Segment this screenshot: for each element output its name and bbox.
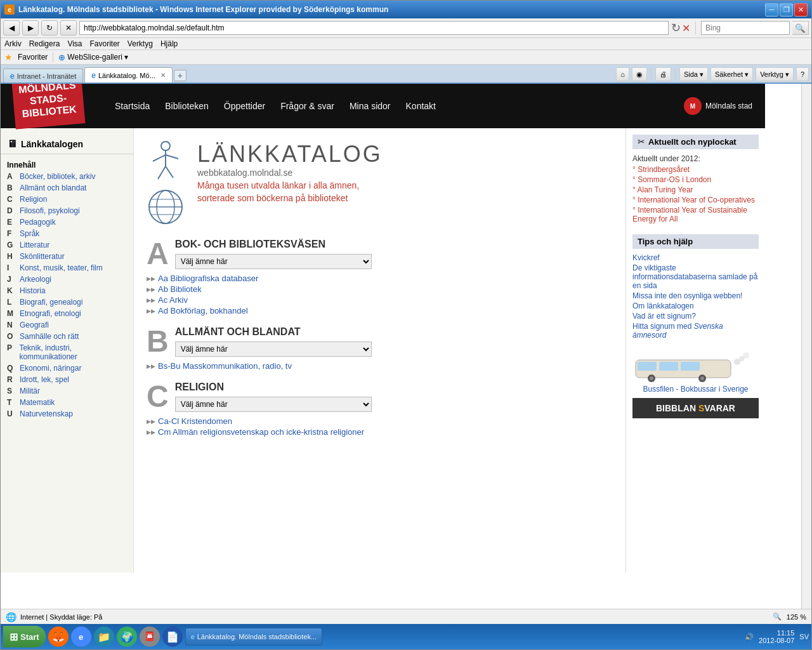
search-input[interactable] <box>701 21 790 35</box>
sidebar-item-i[interactable]: IKonst, musik, teater, film <box>1 262 133 274</box>
sidebar-item-q[interactable]: QEkonomi, näringar <box>1 362 133 374</box>
back-button[interactable]: ◀ <box>3 20 20 36</box>
refresh-button[interactable]: ↻ <box>41 20 58 36</box>
bus-label[interactable]: Bussfilen - Bokbussar i Sverige <box>632 384 759 394</box>
sidebar-item-u[interactable]: UNaturvetenskap <box>1 408 133 420</box>
taskbar-app-word[interactable]: 📄 <box>162 627 183 647</box>
menu-arkiv[interactable]: Arkiv <box>4 39 22 48</box>
sidebar-item-k[interactable]: KHistoria <box>1 285 133 296</box>
sidebar-item-b[interactable]: BAllmänt och blandat <box>1 182 133 194</box>
sidebar-item-n[interactable]: NGeografi <box>1 319 133 331</box>
tab-close-button[interactable]: ✕ <box>160 72 166 79</box>
right-sidebar: ✂ Aktuellt och nyplockat Aktuellt under … <box>625 128 765 573</box>
restore-button[interactable]: ❐ <box>780 3 793 17</box>
tips-link-5[interactable]: Hitta signum med Svenska ämnesord <box>632 321 759 340</box>
menu-favoriter[interactable]: Favoriter <box>90 39 120 48</box>
bibblan-button[interactable]: BIBBLAN SVARAR <box>632 398 759 418</box>
taskbar-window-item[interactable]: e Länkkatalog. Mölndals stadsbibliotek..… <box>185 628 322 646</box>
scrollbar[interactable] <box>801 84 811 609</box>
tips-link-4[interactable]: Vad är ett signum? <box>632 311 759 321</box>
minimize-button[interactable]: ─ <box>765 3 778 17</box>
nav-fragor[interactable]: Frågor & svar <box>280 101 334 111</box>
nav-biblioteken[interactable]: Biblioteken <box>165 101 209 111</box>
taskbar-app-ie[interactable]: e <box>71 627 91 647</box>
tips-link-2[interactable]: Missa inte den osynliga webben! <box>632 291 759 301</box>
forward-button[interactable]: ▶ <box>22 20 39 36</box>
aktuellt-link-4[interactable]: International Year of Sustainable Energy… <box>632 205 759 224</box>
sidebar-item-l[interactable]: LBiografi, genealogi <box>1 296 133 308</box>
page-button[interactable]: Sida ▾ <box>679 67 708 81</box>
link-ca[interactable]: Ca-Cl Kristendomen <box>147 416 613 427</box>
tab-lankkatalog[interactable]: e Länkkatalog. Mö... ✕ <box>84 67 173 83</box>
section-c-select[interactable]: Välj ämne här <box>175 397 372 412</box>
sidebar-item-m[interactable]: MEtnografi, etnologi <box>1 308 133 319</box>
nav-kontakt[interactable]: Kontakt <box>406 101 436 111</box>
sidebar-item-a[interactable]: ABöcker, bibliotek, arkiv <box>1 171 133 182</box>
tips-link-0[interactable]: Kvickref <box>632 253 759 263</box>
sidebar-item-h[interactable]: HSkönlitteratur <box>1 251 133 262</box>
aktuellt-link-1[interactable]: Sommar-OS i London <box>632 175 759 185</box>
safety-button[interactable]: Säkerhet ▾ <box>710 67 753 81</box>
print-button[interactable]: 🖨 <box>655 67 671 81</box>
status-left: 🌐 Internet | Skyddat läge: På <box>6 612 102 622</box>
sidebar-item-f[interactable]: FSpråk <box>1 228 133 239</box>
nav-oppettider[interactable]: Öppettider <box>224 101 265 111</box>
new-tab-button[interactable]: + <box>174 70 187 81</box>
help-button[interactable]: ? <box>796 67 809 81</box>
tools-button[interactable]: Verktyg ▾ <box>756 67 794 81</box>
aktuellt-link-3[interactable]: International Year of Co-operatives <box>632 195 759 205</box>
link-aa[interactable]: Aa Bibliografiska databaser <box>147 273 613 284</box>
link-ab[interactable]: Ab Bibliotek <box>147 284 613 295</box>
sidebar-item-c[interactable]: CReligion <box>1 194 133 205</box>
aktuellt-link-0[interactable]: Strindbergsåret <box>632 164 759 175</box>
sidebar-item-j[interactable]: JArkeologi <box>1 274 133 285</box>
link-ac[interactable]: Ac Arkiv <box>147 295 613 305</box>
section-b-links: Bs-Bu Masskommunikation, radio, tv <box>147 361 613 371</box>
stop-button[interactable]: ✕ <box>60 20 77 36</box>
section-c-title: RELIGION <box>147 381 613 393</box>
bus-link[interactable]: Bussfilen - Bokbussar i Sverige <box>632 384 759 394</box>
close-button[interactable]: ✕ <box>794 3 808 17</box>
tips-link-1[interactable]: De viktigaste informationsdatabaserna sa… <box>632 263 759 291</box>
nav-mina[interactable]: Mina sidor <box>350 101 391 111</box>
refresh-icon[interactable]: ↻ <box>671 21 681 35</box>
link-cm[interactable]: Cm Allmän religionsvetenskap och icke-kr… <box>147 427 613 437</box>
menu-redigera[interactable]: Redigera <box>29 39 60 48</box>
sidebar-item-e[interactable]: EPedagogik <box>1 216 133 228</box>
internet-label: Internet | Skyddat läge: På <box>20 613 102 621</box>
sidebar-item-p[interactable]: PTeknik, industri, kommunikationer <box>1 342 133 362</box>
section-a-select[interactable]: Välj ämne här <box>175 254 372 269</box>
search-button[interactable]: 🔍 <box>792 21 809 35</box>
feed-button[interactable]: ◉ <box>632 67 647 81</box>
speaker-icon[interactable]: 🔊 <box>745 633 754 641</box>
sidebar-item-t[interactable]: TMatematik <box>1 397 133 408</box>
link-bs[interactable]: Bs-Bu Masskommunikation, radio, tv <box>147 361 613 371</box>
sidebar-item-g[interactable]: GLitteratur <box>1 239 133 251</box>
nav-startsida[interactable]: Startsida <box>115 101 150 111</box>
menu-hjalp[interactable]: Hjälp <box>160 39 178 48</box>
taskbar-app-explorer[interactable]: 📁 <box>94 627 114 647</box>
website-content[interactable]: MÖLNDALS STADS- BIBLIOTEK Startsida Bibl… <box>1 84 811 609</box>
taskbar-time: 11:15 2012-08-07 <box>759 629 794 644</box>
webslice-icon: ⊕ <box>58 53 65 62</box>
taskbar-app-firefox[interactable]: 🦊 <box>48 627 69 647</box>
aktuellt-link-2[interactable]: Alan Turing Year <box>632 185 759 195</box>
taskbar-app-earth[interactable]: 🌍 <box>117 627 137 647</box>
sidebar-item-o[interactable]: OSamhälle och rätt <box>1 331 133 342</box>
sidebar-item-r[interactable]: RIdrott, lek, spel <box>1 374 133 385</box>
sidebar-item-s[interactable]: SMilitär <box>1 385 133 397</box>
stop-icon[interactable]: ✕ <box>682 22 690 34</box>
favorites-button[interactable]: Favoriter <box>18 53 48 62</box>
section-b-select[interactable]: Välj ämne här <box>175 342 372 357</box>
tips-link-3[interactable]: Om länkkatalogen <box>632 301 759 311</box>
taskbar-app-misc[interactable]: 📮 <box>140 627 160 647</box>
menu-verktyg[interactable]: Verktyg <box>128 39 153 48</box>
address-input[interactable] <box>79 21 669 35</box>
webslice-button[interactable]: ⊕ WebSlice-galleri ▾ <box>58 53 128 62</box>
sidebar-item-d[interactable]: DFilosofi, psykologi <box>1 205 133 216</box>
link-ad[interactable]: Ad Bokförlag, bokhandel <box>147 305 613 316</box>
start-button[interactable]: ⊞ Start <box>3 626 46 647</box>
home-button[interactable]: ⌂ <box>616 67 629 81</box>
menu-visa[interactable]: Visa <box>67 39 82 48</box>
tab-intranet[interactable]: e Intranet - Intranätet <box>3 69 83 83</box>
